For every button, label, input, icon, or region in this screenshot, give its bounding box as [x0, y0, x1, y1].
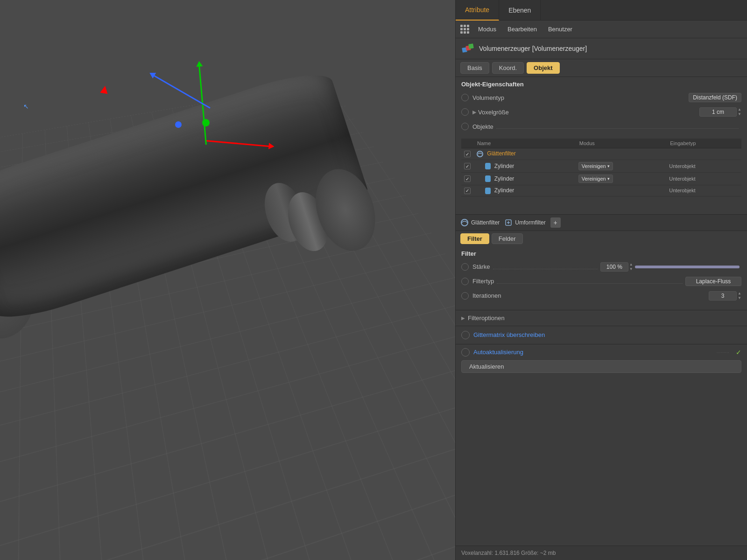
auto-label: Autoaktualisierung — [473, 349, 523, 356]
svg-point-4 — [461, 219, 468, 226]
iterationen-value[interactable]: 3 — [709, 291, 737, 301]
bearbeiten-button[interactable]: Bearbeiten — [505, 25, 540, 34]
table-row[interactable]: Zylinder Unterobjekt — [461, 185, 741, 196]
iterationen-spinner[interactable]: ▲▼ — [738, 291, 741, 301]
iterationen-row: Iterationen 3 ▲▼ — [461, 290, 741, 302]
objekt-eigenschaften-title: Objekt-Eigenschaften — [461, 81, 741, 88]
voxelgroesse-spinner[interactable]: ▲ ▼ — [738, 107, 741, 117]
checkbox-zylinder3[interactable] — [464, 188, 471, 194]
objekte-row: Objekte — [461, 120, 741, 133]
top-tab-bar: Attribute Ebenen — [456, 0, 747, 21]
filter-tab-felder[interactable]: Felder — [492, 233, 523, 244]
glaettenfilter-toolbar-icon — [460, 218, 469, 227]
staerke-fill — [635, 266, 740, 268]
voxelgroesse-radio[interactable] — [461, 108, 469, 116]
aktualisieren-button[interactable]: Aktualisieren — [461, 360, 741, 373]
sub-tab-koord[interactable]: Koord. — [492, 62, 524, 74]
volumenerzeuger-icon — [461, 42, 474, 55]
volumentyp-label: Volumentyp — [472, 94, 504, 101]
auto-row: Autoaktualisierung ········· ✓ — [456, 346, 747, 358]
row-modus-empty — [576, 148, 667, 160]
table-row[interactable]: Glättenfilter — [461, 148, 741, 160]
gizmo-y-dot — [202, 119, 210, 126]
checkbox-zylinder1[interactable] — [464, 163, 471, 169]
staerke-spinner[interactable]: ▲▼ — [629, 262, 633, 272]
staerke-radio[interactable] — [461, 263, 469, 271]
col-modus-header: Modus — [576, 139, 667, 148]
filtertyp-label: Filtertyp — [472, 278, 494, 285]
col-eingabetyp-header: Eingabetyp — [666, 139, 741, 148]
checkbox-zylinder2[interactable] — [464, 175, 471, 182]
row-eingabetyp-zylinder2: Unterobjekt — [666, 173, 741, 185]
gittermatrix-label[interactable]: Gittermatrix überschreiben — [473, 331, 545, 338]
filtertyp-value[interactable]: Laplace-Fluss — [685, 277, 741, 286]
voxelgroesse-value[interactable]: 1 cm — [699, 107, 737, 117]
row-modus-zylinder2[interactable]: Vereinigen — [576, 173, 667, 185]
volumentyp-radio[interactable] — [461, 94, 469, 101]
objekt-eigenschaften-section: Objekt-Eigenschaften Volumentyp Distanzf… — [456, 77, 747, 139]
tab-ebenen[interactable]: Ebenen — [499, 0, 541, 21]
objekte-radio[interactable] — [461, 123, 469, 130]
volumentyp-row: Volumentyp Distanzfeld (SDF) — [461, 91, 741, 104]
row-check[interactable] — [461, 185, 473, 196]
grid-menu-icon[interactable] — [460, 25, 470, 34]
filter-tab-bar: Filter Felder — [456, 231, 747, 246]
filter-toolbar: Glättenfilter Umformfilter + — [456, 214, 747, 231]
staerke-dots — [493, 265, 598, 269]
zylinder2-name: Zylinder — [494, 175, 514, 182]
zylinder3-name: Zylinder — [494, 187, 514, 194]
glaettenfilter-toolbar-item[interactable]: Glättenfilter — [460, 218, 500, 227]
staerke-value[interactable]: 100 % — [600, 262, 628, 272]
row-modus-zylinder1[interactable]: Vereinigen — [576, 160, 667, 173]
staerke-label: Stärke — [472, 263, 490, 270]
iterationen-radio[interactable] — [461, 292, 469, 300]
cylinder-icon-3 — [485, 188, 491, 194]
col-check — [461, 139, 473, 148]
row-eingabetyp-zylinder3: Unterobjekt — [666, 185, 741, 196]
objects-table: Name Modus Eingabetyp Glättenfilter — [461, 139, 741, 196]
table-row[interactable]: Zylinder Vereinigen Unterobjekt — [461, 160, 741, 173]
modus-dropdown-2[interactable]: Vereinigen — [578, 175, 613, 183]
viewport[interactable]: ▲ ↖ — [0, 0, 455, 560]
filter-section: Filter Stärke 100 % ▲▼ Filtertyp Laplace… — [456, 246, 747, 308]
divider-2 — [456, 326, 747, 326]
sub-tab-objekt[interactable]: Objekt — [527, 62, 559, 74]
divider-1 — [456, 310, 747, 310]
table-row[interactable]: Zylinder Vereinigen Unterobjekt — [461, 173, 741, 185]
red-arrow-indicator: ▲ — [97, 81, 112, 98]
modus-button[interactable]: Modus — [475, 25, 499, 34]
add-filter-button[interactable]: + — [550, 217, 561, 228]
gizmo-z-dot — [175, 121, 182, 128]
row-check[interactable] — [461, 160, 473, 173]
auto-checkmark: ✓ — [736, 349, 741, 356]
objects-table-section: Name Modus Eingabetyp Glättenfilter — [456, 139, 747, 200]
cylinder-icon-1 — [485, 163, 491, 169]
filter-section-title: Filter — [461, 250, 741, 257]
filtertyp-radio[interactable] — [461, 278, 469, 285]
gittermatrix-radio[interactable] — [461, 331, 470, 339]
row-check[interactable] — [461, 148, 473, 160]
voxelgroesse-row: ▶ Voxelgröße 1 cm ▲ ▼ — [461, 106, 741, 118]
status-text: Voxelanzahl: 1.631.816 Größe: ~2 mb — [461, 550, 556, 556]
benutzer-button[interactable]: Benutzer — [545, 25, 575, 34]
object-title: Volumenerzeuger [Volumenerzeuger] — [479, 45, 587, 52]
toolbar-row: Modus Bearbeiten Benutzer — [456, 21, 747, 38]
umformfilter-toolbar-item[interactable]: Umformfilter — [504, 218, 545, 227]
row-name-zylinder3: Zylinder — [473, 185, 576, 196]
row-check[interactable] — [461, 173, 473, 185]
volumentyp-value[interactable]: Distanzfeld (SDF) — [689, 93, 741, 102]
svg-point-3 — [477, 151, 483, 157]
tab-attribute[interactable]: Attribute — [456, 0, 499, 21]
sub-tab-basis[interactable]: Basis — [460, 62, 489, 74]
filter-tab-filter[interactable]: Filter — [460, 233, 489, 244]
row-name-zylinder1: Zylinder — [473, 160, 576, 173]
right-panel: Attribute Ebenen Modus Bearbeiten Benutz… — [455, 0, 747, 560]
filteroptionen-row[interactable]: ▶ Filteroptionen — [456, 312, 747, 324]
checkbox-glaettenfilter[interactable] — [464, 151, 471, 157]
filtertyp-dots — [497, 279, 683, 284]
sub-tab-bar: Basis Koord. Objekt — [456, 59, 747, 77]
glaettenfilter-toolbar-label: Glättenfilter — [471, 219, 500, 226]
row-name-glaettenfilter: Glättenfilter — [473, 148, 576, 160]
modus-dropdown-1[interactable]: Vereinigen — [578, 162, 613, 170]
auto-radio[interactable] — [461, 348, 470, 357]
